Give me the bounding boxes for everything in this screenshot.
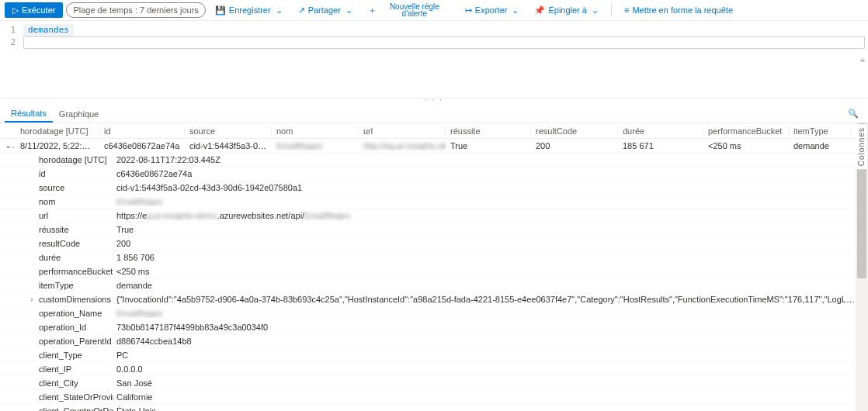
expand-icon[interactable]: ›: [26, 295, 37, 303]
detail-key: réussite: [37, 225, 113, 234]
detail-value: demande: [113, 281, 856, 290]
col-id[interactable]: id: [99, 126, 185, 136]
format-button[interactable]: ≡ Mettre en forme la requête: [618, 2, 739, 18]
detail-key: operation_ParentId: [37, 337, 113, 346]
tab-chart[interactable]: Graphique: [53, 106, 105, 122]
save-label: Enregistrer: [229, 5, 271, 15]
toolbar-separator: [611, 4, 612, 16]
col-reussite[interactable]: réussite: [446, 126, 531, 136]
detail-value: {"InvocationId":"4a5b9752-d906-4a0a-374b…: [113, 295, 856, 304]
detail-key: client_IP: [37, 364, 113, 374]
format-icon: ≡: [624, 5, 629, 15]
cell-duree: 185 671: [618, 141, 703, 150]
detail-key: durée: [37, 253, 113, 262]
detail-key: itemType: [37, 281, 113, 290]
detail-value: 1 856 706: [113, 253, 856, 262]
detail-value: PC: [113, 351, 856, 360]
col-itemtype[interactable]: itemType: [789, 126, 851, 136]
chevron-down-icon: ⌄: [345, 5, 352, 16]
detail-value: Californie: [113, 392, 856, 402]
editor-gutter: 1 2: [0, 21, 20, 98]
plus-icon: ＋: [368, 5, 377, 16]
cell-url: http://eg-pi-insights-demo…: [359, 141, 446, 150]
cell-nom: EmailRegex: [272, 141, 359, 150]
chevron-down-icon: ⌄: [276, 5, 283, 16]
detail-key: client_Type: [37, 351, 113, 360]
export-button[interactable]: ↦ Exporter ⌄: [459, 2, 526, 18]
toolbar: ▷ Exécuter Plage de temps : 7 derniers j…: [0, 0, 868, 21]
detail-key: resultCode: [37, 239, 113, 248]
timerange-label: Plage de temps : 7 derniers jours: [73, 5, 198, 15]
run-label: Exécuter: [22, 5, 55, 15]
save-button[interactable]: 💾 Enregistrer ⌄: [209, 2, 289, 18]
cell-itemtype: demande: [789, 141, 851, 150]
detail-value: True: [113, 225, 856, 234]
share-button[interactable]: ↗ Partager ⌄: [292, 2, 359, 18]
cell-perfbucket: <250 ms: [703, 141, 789, 150]
format-label: Mettre en forme la requête: [632, 5, 733, 15]
detail-value: EmailRegex: [113, 309, 856, 318]
col-resultcode[interactable]: resultCode: [531, 126, 618, 136]
detail-value: c6436e08672ae74a: [113, 169, 856, 178]
query-editor[interactable]: 1 2 demandes «: [0, 21, 868, 98]
col-source[interactable]: source: [185, 126, 272, 136]
detail-value: cid-v1:5443f5a3-02cd-43d3-90d6-1942e0758…: [113, 183, 856, 192]
table-row[interactable]: ⌄ 8/11/2022, 5:22:03.445 PM c6436e08672a…: [0, 139, 856, 153]
detail-value: San José: [113, 378, 856, 388]
detail-key: id: [37, 169, 113, 178]
export-label: Exporter: [475, 5, 508, 15]
editor-cursor-line: [23, 36, 865, 49]
detail-key: nom: [37, 197, 113, 206]
detail-value: 2022-08-11T17:22:03.445Z: [113, 155, 856, 164]
detail-value: https://eg-pi-insights-demo.azurewebsite…: [113, 211, 856, 220]
col-nom[interactable]: nom: [272, 126, 359, 136]
detail-key: horodatage [UTC]: [37, 155, 113, 164]
new-alert-label: Nouvelle règle d'alerte: [380, 3, 450, 17]
play-icon: ▷: [12, 5, 19, 16]
run-button[interactable]: ▷ Exécuter: [5, 2, 63, 18]
row-detail: horodatage [UTC]2022-08-11T17:22:03.445Z…: [0, 153, 856, 411]
share-icon: ↗: [298, 5, 305, 16]
line-number: 2: [0, 36, 16, 49]
splitter-handle[interactable]: · · ·: [0, 98, 868, 105]
row-expand-icon[interactable]: ⌄: [0, 140, 16, 150]
editor-code[interactable]: demandes: [20, 21, 868, 98]
col-perfbucket[interactable]: performanceBucket: [703, 126, 789, 136]
detail-key: url: [37, 211, 113, 220]
detail-value: 200: [113, 239, 856, 248]
detail-value: 0.0.0.0: [113, 364, 856, 374]
cell-reussite: True: [446, 141, 531, 150]
detail-value: d886744ccbea14b8: [113, 337, 856, 346]
export-icon: ↦: [465, 5, 472, 16]
line-number: 1: [0, 24, 16, 36]
col-timestamp[interactable]: horodatage [UTC]: [16, 126, 99, 136]
detail-key: client_StateOrProvince: [37, 392, 113, 402]
timerange-button[interactable]: Plage de temps : 7 derniers jours: [66, 2, 205, 18]
share-label: Partager: [308, 5, 341, 15]
grid-header: horodatage [UTC] id source nom url réuss…: [0, 123, 856, 139]
detail-value: EmailRegex: [113, 197, 856, 206]
pin-button[interactable]: 📌 Épingler à ⌄: [528, 2, 605, 18]
pin-label: Épingler à: [548, 5, 587, 15]
chevron-down-icon: ⌄: [592, 5, 599, 16]
search-icon[interactable]: 🔍: [843, 109, 863, 119]
col-duree[interactable]: durée: [618, 126, 703, 136]
cell-timestamp: 8/11/2022, 5:22:03.445 PM: [16, 141, 99, 150]
query-token: demandes: [23, 24, 74, 36]
cell-source: cid-v1:5443f5a3-02cd-43d3-9…: [185, 141, 272, 150]
collapse-right-icon[interactable]: «: [860, 55, 865, 64]
new-alert-button[interactable]: ＋ Nouvelle règle d'alerte: [362, 2, 456, 18]
detail-key: performanceBucket: [37, 267, 113, 276]
columns-side-tab[interactable]: Colonnes: [856, 124, 868, 169]
detail-key: source: [37, 183, 113, 192]
detail-key: operation_Name: [37, 309, 113, 318]
tab-results[interactable]: Résultats: [5, 105, 53, 123]
detail-key: client_CountryOrRegion: [37, 406, 113, 412]
result-tabs: Résultats Graphique 🔍: [0, 105, 868, 123]
col-url[interactable]: url: [359, 126, 446, 136]
results-grid: horodatage [UTC] id source nom url réuss…: [0, 123, 856, 411]
cell-id: c6436e08672ae74a: [99, 141, 185, 150]
detail-key: operation_Id: [37, 323, 113, 332]
detail-key: customDimensions: [37, 295, 113, 304]
detail-key: client_City: [37, 378, 113, 388]
